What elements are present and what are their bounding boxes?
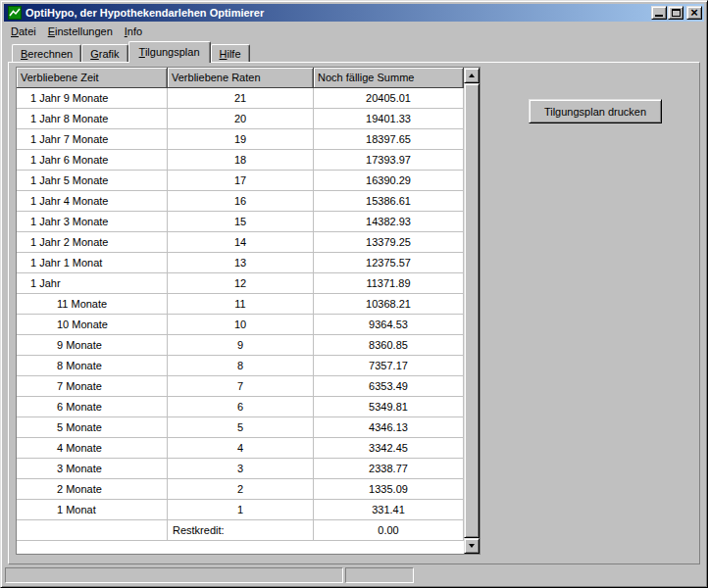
table-cell: 9364.53 bbox=[314, 315, 464, 335]
table-cell: 2 bbox=[168, 479, 314, 500]
table-row: 11 Monate1110368.21 bbox=[17, 294, 464, 315]
menu-item-datei[interactable]: Datei bbox=[5, 23, 42, 40]
arrow-down-icon bbox=[469, 544, 475, 548]
vertical-scrollbar[interactable] bbox=[464, 68, 480, 554]
table-row: 1 Jahr 8 Monate2019401.33 bbox=[17, 109, 464, 129]
tab-tilgungsplan[interactable]: Tilgungsplan bbox=[128, 41, 211, 63]
table-row: 1 Jahr1211371.89 bbox=[17, 273, 464, 294]
table-cell: 13379.25 bbox=[314, 232, 464, 253]
table-cell: 17 bbox=[168, 171, 314, 191]
titlebar[interactable]: OptiHypo, der Hypothekendarlehen Optimie… bbox=[4, 4, 704, 22]
statusbar bbox=[4, 564, 704, 584]
close-button[interactable]: × bbox=[686, 6, 702, 20]
table-cell: 14382.93 bbox=[314, 212, 464, 232]
table-cell: 15 bbox=[168, 212, 314, 232]
table-cell: Restkredit: bbox=[168, 520, 314, 541]
label-accel: E bbox=[48, 25, 55, 37]
label-rest: atei bbox=[19, 25, 36, 37]
table-cell: 1 Jahr 1 Monat bbox=[17, 253, 168, 273]
table-row: 10 Monate109364.53 bbox=[17, 315, 464, 335]
tab-berechnen[interactable]: Berechnen bbox=[12, 44, 81, 62]
table-row: 1 Monat1331.41 bbox=[17, 500, 464, 520]
table-cell: 11371.89 bbox=[314, 273, 464, 294]
label-accel: G bbox=[90, 48, 99, 60]
tab-grafik[interactable]: Grafik bbox=[81, 44, 127, 62]
table-cell: 12 bbox=[168, 273, 314, 294]
table-row: Restkredit:0.00 bbox=[17, 520, 464, 541]
scrollbar-thumb[interactable] bbox=[464, 83, 480, 538]
label-rest: rafik bbox=[99, 48, 120, 60]
table-row: 1 Jahr 1 Monat1312375.57 bbox=[17, 253, 464, 273]
table-row: 1 Jahr 7 Monate1918397.65 bbox=[17, 129, 464, 150]
table-cell: 7 bbox=[168, 376, 314, 397]
maximize-button[interactable] bbox=[668, 6, 683, 20]
table-cell: 20 bbox=[168, 109, 314, 129]
table-cell: 11 Monate bbox=[17, 294, 168, 315]
tab-panel-tilgungsplan: Verbliebene Zeit Verbliebene Raten Noch … bbox=[8, 62, 700, 564]
table-cell: 6 bbox=[168, 397, 314, 417]
table-cell: 7 Monate bbox=[17, 376, 168, 397]
table-cell: 4346.13 bbox=[314, 417, 464, 438]
grid-header: Verbliebene Zeit Verbliebene Raten Noch … bbox=[17, 68, 464, 88]
table-cell: 7357.17 bbox=[314, 356, 464, 376]
table-cell: 9 Monate bbox=[17, 335, 168, 356]
scrollbar-down-button[interactable] bbox=[464, 538, 480, 554]
minimize-button[interactable] bbox=[651, 6, 667, 20]
menu-item-einstellungen[interactable]: Einstellungen bbox=[42, 23, 119, 40]
table-cell: 9 bbox=[168, 335, 314, 356]
table-cell: 331.41 bbox=[314, 500, 464, 520]
table-cell: 4 Monate bbox=[17, 438, 168, 459]
table-cell: 10 Monate bbox=[17, 315, 168, 335]
table-row: 1 Jahr 2 Monate1413379.25 bbox=[17, 232, 464, 253]
table-cell: 21 bbox=[168, 88, 314, 109]
scrollbar-up-button[interactable] bbox=[464, 68, 480, 83]
tilgungsplan-grid: Verbliebene Zeit Verbliebene Raten Noch … bbox=[16, 67, 480, 555]
table-cell: 5 Monate bbox=[17, 417, 168, 438]
table-cell: 1 Jahr 9 Monate bbox=[17, 88, 168, 109]
table-cell: 19401.33 bbox=[314, 109, 464, 129]
tabbar: Berechnen Grafik Tilgungsplan Hilfe bbox=[12, 41, 250, 63]
table-cell: 1 Jahr 2 Monate bbox=[17, 232, 168, 253]
menu-item-info[interactable]: Info bbox=[119, 23, 148, 40]
app-icon[interactable] bbox=[8, 6, 22, 20]
table-row: 3 Monate32338.77 bbox=[17, 459, 464, 479]
table-cell: 16 bbox=[168, 191, 314, 212]
table-row: 7 Monate76353.49 bbox=[17, 376, 464, 397]
column-header-raten: Verbliebene Raten bbox=[168, 68, 314, 88]
label-rest: instellungen bbox=[55, 25, 113, 37]
table-row: 1 Jahr 5 Monate1716390.29 bbox=[17, 171, 464, 191]
column-header-summe: Noch fällige Summe bbox=[314, 68, 464, 88]
arrow-up-icon bbox=[469, 74, 475, 77]
label-rest: nfo bbox=[127, 25, 142, 37]
label-rest: ilfe bbox=[227, 48, 240, 60]
table-row: 6 Monate65349.81 bbox=[17, 397, 464, 417]
table-cell: 1 Jahr bbox=[17, 273, 168, 294]
label-rest: erechnen bbox=[27, 48, 73, 60]
app-window: OptiHypo, der Hypothekendarlehen Optimie… bbox=[0, 0, 708, 588]
table-cell: 10368.21 bbox=[314, 294, 464, 315]
table-cell: 6353.49 bbox=[314, 376, 464, 397]
menubar: Datei Einstellungen Info bbox=[4, 22, 704, 40]
print-tilgungsplan-button[interactable]: Tilgungsplan drucken bbox=[529, 99, 662, 123]
table-cell: 12375.57 bbox=[314, 253, 464, 273]
table-cell: 11 bbox=[168, 294, 314, 315]
table-cell: 0.00 bbox=[314, 520, 464, 541]
table-cell: 20405.01 bbox=[314, 88, 464, 109]
table-cell: 1 Monat bbox=[17, 500, 168, 520]
table-cell: 18397.65 bbox=[314, 129, 464, 150]
table-cell: 3 Monate bbox=[17, 459, 168, 479]
table-row: 2 Monate21335.09 bbox=[17, 479, 464, 500]
table-cell: 1335.09 bbox=[314, 479, 464, 500]
table-cell: 2 Monate bbox=[17, 479, 168, 500]
table-cell: 1 bbox=[168, 500, 314, 520]
tab-hilfe[interactable]: Hilfe bbox=[211, 44, 250, 62]
table-cell: 10 bbox=[168, 315, 314, 335]
table-cell: 3342.45 bbox=[314, 438, 464, 459]
table-cell: 6 Monate bbox=[17, 397, 168, 417]
table-cell: 17393.97 bbox=[314, 150, 464, 171]
table-cell: 1 Jahr 4 Monate bbox=[17, 191, 168, 212]
status-panel-2 bbox=[345, 567, 414, 583]
table-cell: 15386.61 bbox=[314, 191, 464, 212]
table-row: 1 Jahr 3 Monate1514382.93 bbox=[17, 212, 464, 232]
table-cell: 1 Jahr 7 Monate bbox=[17, 129, 168, 150]
